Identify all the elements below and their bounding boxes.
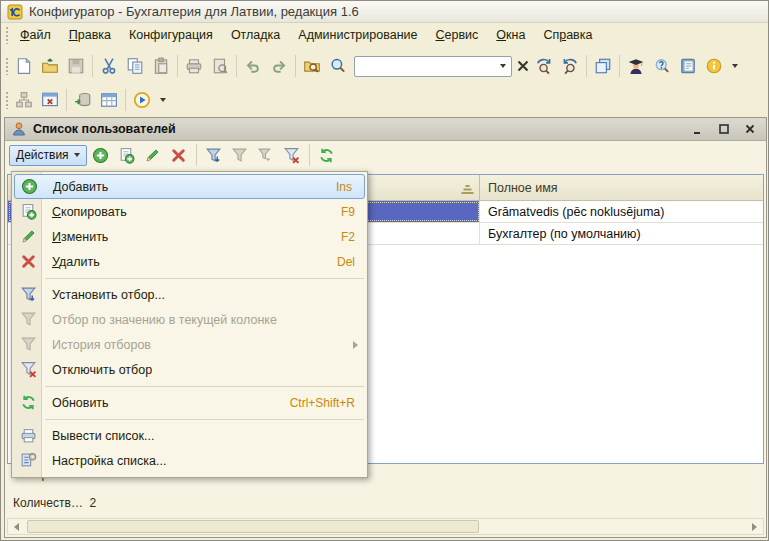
- copy-button[interactable]: [122, 53, 148, 79]
- menu-item-refresh[interactable]: Обновить Ctrl+Shift+R: [12, 390, 367, 415]
- menu-separator: [12, 274, 367, 282]
- menu-debug[interactable]: Отладка: [222, 24, 289, 46]
- find-previous-button[interactable]: [557, 53, 583, 79]
- about-button[interactable]: [701, 53, 727, 79]
- scroll-right-button[interactable]: [746, 519, 763, 534]
- count-label: Количеств…: [13, 496, 83, 510]
- database-button[interactable]: [70, 87, 96, 113]
- menu-separator: [12, 382, 367, 390]
- delete-button[interactable]: [167, 143, 191, 167]
- app-title: Конфигуратор - Бухгалтерия для Латвии, р…: [29, 4, 359, 19]
- edit-button[interactable]: [141, 143, 165, 167]
- menu-item-filter-by-value[interactable]: Отбор по значению в текущей колонке: [12, 307, 367, 332]
- menu-item-set-filter[interactable]: Установить отбор...: [12, 282, 367, 307]
- menubar-gripper[interactable]: [5, 26, 9, 44]
- menu-item-list-settings[interactable]: Настройка списка...: [12, 448, 367, 473]
- save-button[interactable]: [63, 53, 89, 79]
- menu-item-label: Скопировать: [52, 205, 127, 219]
- add-button[interactable]: [89, 143, 113, 167]
- structure-button[interactable]: [11, 87, 37, 113]
- close-configuration-button[interactable]: [37, 87, 63, 113]
- toolbar-overflow-button[interactable]: [727, 53, 743, 79]
- folder-search-icon: [303, 57, 321, 75]
- combo-dropdown-icon[interactable]: [495, 64, 511, 68]
- scroll-left-button[interactable]: [8, 519, 25, 534]
- print-button[interactable]: [181, 53, 207, 79]
- window-title: Список пользователей: [33, 122, 682, 136]
- find-next-button[interactable]: [531, 53, 557, 79]
- open-button[interactable]: [37, 53, 63, 79]
- delete-x-icon: [18, 253, 38, 270]
- menu-service[interactable]: Сервис: [427, 24, 488, 46]
- refresh-button[interactable]: [315, 143, 339, 167]
- toolbar1-gripper[interactable]: [5, 57, 9, 75]
- filter-history-button[interactable]: [254, 143, 278, 167]
- undo-button[interactable]: [240, 53, 266, 79]
- menu-item-edit[interactable]: Изменить F2: [12, 224, 367, 249]
- menu-item-disable-filter[interactable]: Отключить отбор: [12, 357, 367, 382]
- actions-button-label: Действия: [16, 148, 69, 162]
- table-icon: [100, 91, 118, 109]
- menu-item-print-list[interactable]: Вывести список...: [12, 423, 367, 448]
- refresh-icon: [318, 147, 335, 164]
- menu-edit[interactable]: Правка: [60, 24, 120, 46]
- menu-configuration[interactable]: Конфигурация: [120, 24, 222, 46]
- windows-list-button[interactable]: [590, 53, 616, 79]
- set-filter-button[interactable]: [202, 143, 226, 167]
- disable-filter-button[interactable]: [280, 143, 304, 167]
- floppy-disk-icon: [67, 57, 85, 75]
- app-logo-icon: [7, 4, 23, 20]
- user-list-toolbar: Действия: [5, 141, 766, 169]
- window-x-icon: [41, 91, 59, 109]
- scrollbar-thumb[interactable]: [27, 520, 479, 533]
- close-button[interactable]: [740, 121, 760, 138]
- debug-overflow-button[interactable]: [155, 87, 171, 113]
- menu-windows[interactable]: Окна: [487, 24, 534, 46]
- help-search-button[interactable]: [649, 53, 675, 79]
- menu-item-shortcut: F2: [341, 230, 367, 244]
- minimize-button[interactable]: [688, 121, 708, 138]
- print-preview-button[interactable]: [207, 53, 233, 79]
- count-status: Количеств… 2: [13, 496, 96, 510]
- menu-item-label: Изменить: [52, 230, 108, 244]
- magnifier-forward-icon: [535, 57, 553, 75]
- stacked-windows-icon: [594, 57, 612, 75]
- menu-file[interactable]: Файл: [11, 24, 60, 46]
- menu-item-delete[interactable]: Удалить Del: [12, 249, 367, 274]
- menu-item-filter-history[interactable]: История отборов: [12, 332, 367, 357]
- maximize-button[interactable]: [714, 121, 734, 138]
- fullname-cell[interactable]: Бухгалтер (по умолчанию): [480, 223, 763, 244]
- book-icon: [679, 57, 697, 75]
- syntax-check-button[interactable]: [623, 53, 649, 79]
- copy-item-button[interactable]: [115, 143, 139, 167]
- clear-search-button[interactable]: [515, 53, 531, 79]
- actions-menu-button[interactable]: Действия: [9, 145, 87, 166]
- menu-item-shortcut: F9: [341, 205, 367, 219]
- find-in-files-button[interactable]: [299, 53, 325, 79]
- start-debugging-button[interactable]: [129, 87, 155, 113]
- cut-button[interactable]: [96, 53, 122, 79]
- chevron-down-icon: [160, 98, 166, 102]
- filter-by-value-button[interactable]: [228, 143, 252, 167]
- table-view-button[interactable]: [96, 87, 122, 113]
- horizontal-scrollbar[interactable]: [7, 518, 764, 535]
- menu-item-add[interactable]: Добавить Ins: [14, 174, 365, 199]
- menu-item-copy[interactable]: Скопировать F9: [12, 199, 367, 224]
- search-button[interactable]: [325, 53, 351, 79]
- column-header-fullname[interactable]: Полное имя: [480, 175, 763, 200]
- search-input[interactable]: [355, 59, 495, 73]
- menu-item-shortcut: Ins: [336, 180, 364, 194]
- help-contents-button[interactable]: [675, 53, 701, 79]
- menu-administration[interactable]: Администрирование: [289, 24, 426, 46]
- new-page-icon: [15, 57, 33, 75]
- menu-item-label: Отбор по значению в текущей колонке: [52, 313, 277, 327]
- fullname-cell[interactable]: Grāmatvedis (pēc noklusējuma): [480, 201, 763, 222]
- redo-button[interactable]: [266, 53, 292, 79]
- new-document-button[interactable]: [11, 53, 37, 79]
- print-list-icon: [18, 427, 38, 444]
- menu-help[interactable]: Справка: [534, 24, 601, 46]
- paste-button[interactable]: [148, 53, 174, 79]
- arrow-left-icon: [14, 523, 19, 531]
- toolbar2-gripper[interactable]: [5, 91, 9, 109]
- menu-item-shortcut: Ctrl+Shift+R: [290, 396, 367, 410]
